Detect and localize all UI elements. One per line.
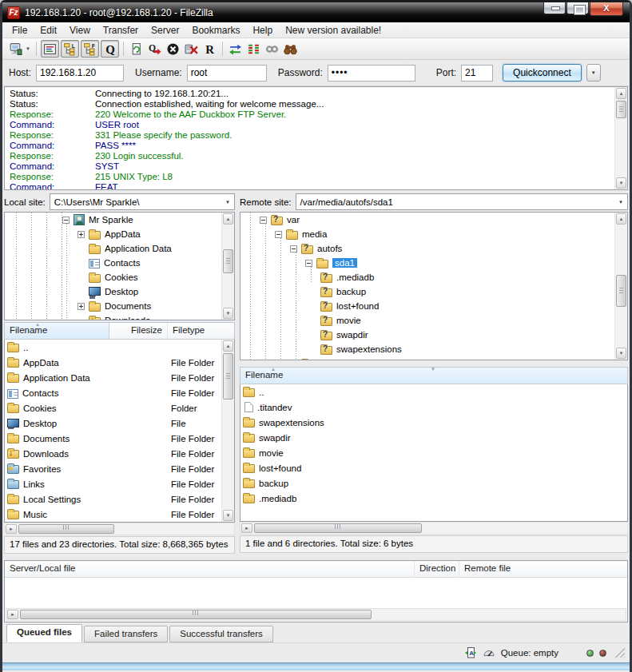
remote-site-combo[interactable]: /var/media/autofs/sda1	[296, 193, 628, 210]
local-site-combo[interactable]: C:\Users\Mr Sparkle\	[50, 193, 235, 210]
queue-horizontal-scrollbar[interactable]	[6, 608, 626, 621]
file-row[interactable]: .mediadb	[240, 491, 627, 506]
quickconnect-button[interactable]: Quickconnect	[503, 64, 582, 82]
tree-item[interactable]: .mediadb	[240, 270, 627, 284]
column-header-direction[interactable]: Direction	[415, 561, 459, 577]
tree-item[interactable]: Contacts	[5, 256, 234, 270]
tab-failed-transfers[interactable]: Failed transfers	[84, 626, 168, 642]
transfer-queue-panel[interactable]: Server/Local file Direction Remote file	[4, 560, 628, 622]
speed-limits-icon[interactable]	[483, 646, 495, 659]
scroll-thumb[interactable]	[18, 524, 114, 534]
scroll-right-icon[interactable]	[7, 610, 18, 619]
directory-comparison-button[interactable]	[244, 40, 263, 58]
menu-new-version-notice[interactable]: New version available!	[279, 23, 388, 38]
site-manager-dropdown-icon[interactable]	[25, 46, 33, 51]
process-queue-button[interactable]: Q	[145, 40, 164, 58]
message-log[interactable]: Status:Connecting to 192.168.1.20:21... …	[4, 86, 628, 190]
file-row[interactable]: DocumentsFile Folder	[5, 431, 234, 446]
tree-item[interactable]: swapextensions	[240, 342, 627, 356]
resize-grip[interactable]	[615, 648, 625, 658]
file-row[interactable]: ..	[5, 340, 234, 355]
password-input[interactable]	[328, 65, 415, 82]
scroll-up-icon[interactable]	[223, 340, 233, 352]
host-input[interactable]	[36, 65, 124, 82]
tree-item-selected[interactable]: sda1	[240, 256, 627, 270]
file-row[interactable]: DesktopFile	[5, 416, 234, 431]
file-row[interactable]: swapextensions	[240, 415, 627, 430]
scroll-down-icon[interactable]	[223, 510, 233, 521]
tree-item[interactable]: var	[240, 213, 627, 227]
file-row[interactable]: LinksFile Folder	[5, 476, 234, 491]
scroll-down-icon[interactable]	[616, 348, 626, 359]
synchronized-browsing-button[interactable]	[263, 40, 281, 58]
file-row[interactable]: swapdir	[240, 430, 627, 445]
remote-tree[interactable]: var media autofs sda1 .mediadb backup lo…	[240, 212, 628, 360]
tree-item[interactable]: movie	[240, 313, 627, 328]
scroll-up-icon[interactable]	[223, 213, 233, 225]
remote-horizontal-scrollbar[interactable]	[240, 522, 628, 535]
scroll-down-icon[interactable]	[223, 308, 233, 319]
tree-item[interactable]: AppData	[5, 227, 234, 241]
file-row[interactable]: AppDataFile Folder	[5, 355, 234, 370]
column-header-remote-file[interactable]: Remote file	[459, 561, 627, 577]
find-files-button[interactable]	[281, 40, 300, 58]
column-header-server-local-file[interactable]: Server/Local file	[5, 561, 415, 577]
scroll-thumb[interactable]	[254, 523, 422, 533]
file-row[interactable]: backup	[240, 475, 627, 491]
title-bar[interactable]: Fz 192.168.1.20 - root@192.168.1.20 - Fi…	[2, 2, 630, 22]
tab-successful-transfers[interactable]: Successful transfers	[169, 626, 273, 642]
local-list-scrollbar[interactable]	[221, 340, 234, 522]
column-header-filename[interactable]: Filename	[5, 323, 109, 339]
toggle-queue-button[interactable]: Q	[101, 40, 119, 58]
menu-edit[interactable]: Edit	[34, 23, 63, 38]
port-input[interactable]	[461, 65, 493, 82]
menu-file[interactable]: File	[6, 23, 34, 38]
scroll-thumb[interactable]	[20, 610, 372, 619]
toggle-remote-tree-button[interactable]: F	[81, 40, 99, 58]
menu-help[interactable]: Help	[246, 23, 279, 38]
file-row[interactable]: ContactsFile Folder	[5, 385, 234, 400]
tree-item[interactable]: backup	[240, 284, 627, 299]
local-tree[interactable]: Mr Sparkle AppData Application Data Cont…	[4, 212, 235, 320]
transfer-type-icon[interactable]: A	[464, 646, 477, 659]
expander-expand-icon[interactable]	[78, 231, 85, 238]
tree-item[interactable]: swapdir	[240, 328, 627, 342]
tree-item[interactable]: autofs	[240, 241, 627, 256]
filter-button[interactable]	[226, 40, 244, 58]
expander-expand-icon[interactable]	[78, 303, 85, 310]
quickconnect-dropdown-icon[interactable]	[586, 64, 601, 82]
queue-body[interactable]	[5, 578, 627, 608]
file-row[interactable]: MusicFile Folder	[5, 507, 234, 522]
scroll-thumb[interactable]	[616, 275, 626, 307]
maximize-button[interactable]	[566, 2, 589, 14]
column-header-filetype[interactable]: Filetype	[168, 323, 234, 339]
remote-tree-scrollbar[interactable]	[614, 213, 627, 360]
toggle-message-log-button[interactable]	[41, 40, 59, 58]
expander-collapse-icon[interactable]	[62, 217, 70, 224]
expander-collapse-icon[interactable]	[305, 260, 312, 267]
username-input[interactable]	[187, 65, 267, 82]
file-row[interactable]: FavoritesFile Folder	[5, 461, 234, 476]
refresh-button[interactable]	[127, 40, 145, 58]
remote-file-list[interactable]: .. .titandev swapextensions swapdir movi…	[240, 384, 628, 522]
tree-item[interactable]: Documents	[5, 299, 234, 313]
menu-bookmarks[interactable]: Bookmarks	[185, 23, 246, 38]
close-button[interactable]	[590, 2, 623, 16]
cancel-button[interactable]	[164, 40, 182, 58]
file-row[interactable]: CookiesFolder	[5, 400, 234, 416]
disconnect-button[interactable]	[182, 40, 201, 58]
combo-dropdown-icon[interactable]	[614, 200, 623, 205]
scroll-down-icon[interactable]	[616, 177, 626, 189]
expander-collapse-icon[interactable]	[275, 231, 282, 238]
tree-item[interactable]: Cookies	[5, 270, 234, 284]
minimize-button[interactable]	[543, 2, 566, 14]
local-file-list[interactable]: .. AppDataFile Folder Application DataFi…	[4, 340, 235, 523]
local-tree-scrollbar[interactable]	[221, 213, 234, 320]
tree-item[interactable]: Application Data	[5, 241, 234, 256]
menu-server[interactable]: Server	[145, 23, 185, 38]
tree-item[interactable]: Mr Sparkle	[5, 213, 234, 227]
file-row[interactable]: Local SettingsFile Folder	[5, 491, 234, 507]
scroll-thumb[interactable]	[616, 101, 626, 118]
file-row[interactable]: .titandev	[240, 400, 627, 415]
scroll-right-icon[interactable]	[6, 524, 17, 534]
